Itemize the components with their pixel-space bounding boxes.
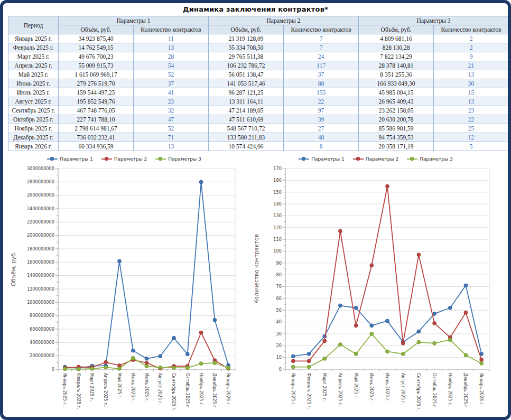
p1-volume-cell: 227 741 788,10 (59, 115, 134, 124)
p3-count-cell: 21 (434, 61, 509, 70)
p1-volume-cell: 2 798 614 981,67 (59, 124, 134, 133)
x-axis-label: Октябрь 2025 г. (432, 373, 436, 409)
p3-volume-cell: 4 809 681,16 (359, 34, 434, 43)
p2-volume-cell: 141 053 517,46 (209, 79, 284, 88)
data-point (401, 352, 405, 356)
svg-text:10: 10 (276, 354, 282, 360)
p3-volume-cell: 45 985 004,15 (359, 88, 434, 97)
p1-count-cell: 47 (134, 115, 209, 124)
svg-text:170: 170 (273, 166, 282, 171)
p1-volume-cell: 736 032 232,41 (59, 133, 134, 142)
data-point (464, 311, 468, 314)
x-axis-label: Январь 2026 г. (479, 373, 484, 406)
p2-count-cell: 24 (284, 52, 359, 61)
x-axis-label: Август 2025 г. (157, 373, 162, 405)
svg-text:60: 60 (276, 296, 282, 301)
svg-text:30: 30 (276, 331, 282, 337)
data-point (448, 306, 452, 310)
p2-count-cell: 22 (284, 97, 359, 106)
period-cell: Январь 2026 г. (8, 142, 59, 151)
header-p3-volume: Объём, руб. (359, 25, 434, 34)
data-point (386, 350, 389, 353)
svg-text:2000000000: 2000000000 (27, 232, 54, 238)
period-cell: Март 2025 г. (8, 52, 59, 61)
svg-text:0: 0 (52, 367, 54, 372)
x-axis-label: Июль 2025 г. (385, 373, 389, 402)
volume-chart: Параметры 1Параметры 2Параметры 30200000… (8, 155, 240, 418)
p2-volume-cell: 47 214 189,05 (209, 106, 284, 115)
p2-volume-cell: 10 574 424,06 (209, 142, 284, 151)
p2-count-cell: 27 (284, 124, 359, 133)
svg-text:1400000000: 1400000000 (27, 273, 54, 278)
svg-text:2400000000: 2400000000 (27, 206, 54, 211)
p3-count-cell: 25 (434, 124, 509, 133)
svg-text:2200000000: 2200000000 (27, 219, 54, 225)
p3-volume-cell: 28 378 140,81 (359, 61, 434, 70)
legend-marker-icon (407, 157, 417, 161)
series-line (293, 186, 481, 361)
period-cell: Апрель 2025 г. (8, 61, 59, 70)
svg-text:90: 90 (276, 260, 282, 266)
p2-count-cell: 117 (284, 61, 359, 70)
table-row: Октябрь 2025 г.227 741 788,104747 511 61… (8, 115, 509, 124)
data-point (185, 366, 189, 370)
data-point (185, 352, 189, 356)
svg-text:3000000000: 3000000000 (27, 166, 54, 171)
svg-text:50: 50 (276, 307, 282, 313)
table-row: Ноябрь 2025 г.2 798 614 981,6752548 567 … (8, 124, 509, 133)
svg-text:120: 120 (273, 225, 282, 230)
data-point (145, 365, 148, 368)
svg-text:130: 130 (273, 213, 282, 218)
table-header: Период Параметры 1 Параметры 2 Параметры… (8, 16, 509, 34)
period-cell: Сентябрь 2025 г. (8, 106, 59, 115)
p1-count-cell: 52 (134, 124, 209, 133)
x-axis-label: Июнь 2025 г. (369, 373, 374, 402)
p1-count-cell: 71 (134, 133, 209, 142)
svg-text:160: 160 (273, 178, 282, 183)
table-row: Август 2025 г.195 852 549,762313 311 164… (8, 97, 509, 106)
legend-label: Параметры 2 (366, 156, 399, 162)
data-point (339, 229, 342, 233)
data-point (159, 366, 162, 369)
x-axis-label: Декабрь 2025 г. (212, 373, 217, 409)
p3-count-cell: 2 (434, 34, 509, 43)
svg-text:1800000000: 1800000000 (27, 246, 54, 251)
table-row: Май 2025 г.1 615 069 969,175256 051 138,… (8, 70, 509, 79)
period-cell: Ноябрь 2025 г. (8, 124, 59, 133)
p1-volume-cell: 1 615 069 969,17 (59, 70, 134, 79)
count-chart: Параметры 1Параметры 2Параметры 30102030… (252, 155, 500, 418)
data-point (90, 367, 94, 371)
legend-item: Параметры 1 (47, 156, 93, 162)
p1-volume-cell: 467 748 776,05 (59, 106, 134, 115)
data-point (227, 366, 230, 370)
volume-chart-svg: 0200000000400000000600000000800000000100… (8, 162, 240, 416)
p2-count-cell: 7 (284, 43, 359, 52)
header-p1-volume: Объём, руб. (59, 25, 134, 34)
p1-volume-cell: 34 923 875,40 (59, 34, 134, 43)
data-point (464, 284, 468, 287)
p3-volume-cell: 166 933 049,30 (359, 79, 434, 88)
data-point (480, 361, 484, 365)
legend-item: Параметры 2 (101, 156, 147, 162)
p3-volume-cell: 85 586 981,59 (359, 124, 434, 133)
p1-count-cell: 11 (134, 34, 209, 43)
p3-count-cell: 9 (434, 52, 509, 61)
data-point (370, 264, 374, 267)
svg-text:800000000: 800000000 (30, 313, 54, 318)
data-point (291, 365, 295, 369)
p2-count-cell: 39 (284, 115, 359, 124)
header-p1-count: Количество контрактов (134, 25, 209, 34)
p1-count-cell: 32 (134, 106, 209, 115)
table-row: Сентябрь 2025 г.467 748 776,053247 214 1… (8, 106, 509, 115)
svg-text:600000000: 600000000 (30, 326, 54, 332)
svg-text:200000000: 200000000 (30, 353, 54, 358)
data-point (145, 361, 148, 365)
period-cell: Июль 2025 г. (8, 88, 59, 97)
svg-text:70: 70 (276, 284, 282, 289)
p2-volume-cell: 106 232 786,72 (209, 61, 284, 70)
p2-volume-cell: 548 567 710,72 (209, 124, 284, 133)
svg-text:40: 40 (276, 319, 282, 324)
p2-volume-cell: 35 334 708,50 (209, 43, 284, 52)
period-cell: Октябрь 2025 г. (8, 115, 59, 124)
data-point (354, 306, 358, 310)
